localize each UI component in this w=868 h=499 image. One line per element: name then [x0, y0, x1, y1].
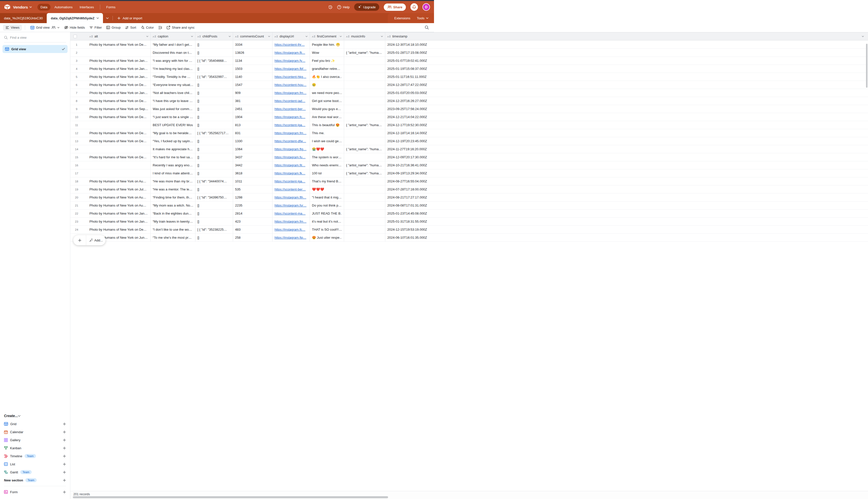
- cell-commentsCount[interactable]: 1064: [233, 145, 273, 153]
- cell-caption[interactable]: I kind of miss male attenti…: [151, 169, 195, 177]
- cell-timestamp[interactable]: 2025-01-31T18:31:55.000Z: [385, 218, 434, 226]
- cell-childPosts[interactable]: []: [195, 81, 233, 89]
- cell-commentsCount[interactable]: 1503: [233, 65, 273, 73]
- cell-alt[interactable]: 6Photo by Humans of New York on De…: [70, 81, 151, 89]
- cell-alt[interactable]: 15Photo by Humans of New York on De…: [70, 153, 151, 161]
- cell-firstComment[interactable]: Are these real wor…: [310, 113, 344, 121]
- cell-displayUrl[interactable]: https://scontent-hkg…: [273, 73, 310, 81]
- cell-caption[interactable]: “Everyone knew my situat…: [151, 81, 195, 89]
- cell-firstComment[interactable]: 😭❤️❤️: [310, 145, 344, 153]
- cell-musicInfo[interactable]: [344, 105, 385, 113]
- cell-childPosts[interactable]: [ { "id": "35432997…: [195, 73, 233, 81]
- cell-commentsCount[interactable]: 535: [233, 185, 273, 193]
- cell-commentsCount[interactable]: 1298: [233, 194, 273, 201]
- cell-alt[interactable]: 8Photo by Humans of New York on De…: [70, 97, 151, 105]
- cell-timestamp[interactable]: 2024-12-20T16:26:27.000Z: [385, 97, 434, 105]
- column-header-musicInfo[interactable]: AmusicInfo: [344, 33, 385, 40]
- cell-childPosts[interactable]: []: [195, 89, 233, 97]
- cell-alt[interactable]: 9Photo by Humans of New York on Sep…: [70, 105, 151, 113]
- display-url-link[interactable]: https://instagram.fli…: [274, 51, 305, 54]
- group-button[interactable]: Group: [104, 24, 123, 31]
- cell-firstComment[interactable]: Would you guys e…: [310, 105, 344, 113]
- cell-alt[interactable]: 20Photo by Humans of New York on Au…: [70, 194, 151, 201]
- cell-alt[interactable]: 17: [70, 169, 151, 177]
- display-url-link[interactable]: https://instagram.fk…: [274, 171, 306, 175]
- workspace-menu[interactable]: Vendors: [13, 5, 32, 9]
- display-url-link[interactable]: https://instagram.ftg…: [274, 147, 307, 151]
- chevron-down-icon[interactable]: [381, 36, 383, 37]
- cell-timestamp[interactable]: 2024-08-08T17:01:31.000Z: [385, 202, 434, 209]
- search-button[interactable]: [423, 24, 431, 31]
- cell-timestamp[interactable]: 2024-12-30T14:18:10.000Z: [385, 41, 434, 48]
- cell-firstComment[interactable]: I wish we could ge…: [310, 137, 344, 145]
- cell-childPosts[interactable]: []: [195, 121, 233, 129]
- cell-musicInfo[interactable]: { "artist_name": "huma…: [344, 145, 385, 153]
- cell-timestamp[interactable]: 2024-12-28T17:47:22.000Z: [385, 81, 434, 89]
- display-url-link[interactable]: https://scontent-hkg…: [274, 75, 306, 78]
- display-url-link[interactable]: https://scontent-iad…: [274, 99, 306, 103]
- upgrade-button[interactable]: Upgrade: [354, 3, 379, 11]
- cell-commentsCount[interactable]: 2814: [233, 209, 273, 217]
- cell-commentsCount[interactable]: 909: [233, 89, 273, 97]
- cell-alt[interactable]: 7Photo by Humans of New York on Jan…: [70, 89, 151, 97]
- cell-musicInfo[interactable]: [344, 234, 385, 242]
- cell-displayUrl[interactable]: https://instagram.fc…: [273, 226, 310, 233]
- cell-firstComment[interactable]: ❤️❤️❤️: [310, 185, 344, 193]
- cell-childPosts[interactable]: []: [195, 218, 233, 226]
- cell-alt[interactable]: 3Photo by Humans of New York on Jan…: [70, 57, 151, 64]
- display-url-link[interactable]: https://scontent-lhr…: [274, 43, 305, 47]
- cell-caption[interactable]: BEST UPDATE EVER! Mos…: [151, 121, 195, 129]
- cell-childPosts[interactable]: []: [195, 41, 233, 48]
- cell-musicInfo[interactable]: [344, 226, 385, 233]
- chevron-down-icon[interactable]: [268, 36, 270, 37]
- cell-commentsCount[interactable]: 258: [233, 234, 273, 242]
- cell-displayUrl[interactable]: https://instagram.fm…: [273, 89, 310, 97]
- cell-timestamp[interactable]: 2024-08-21T17:27:17.000Z: [385, 194, 434, 201]
- cell-firstComment[interactable]: 🔥👏 I also overca…: [310, 73, 344, 81]
- cell-timestamp[interactable]: 2024-12-09T20:17:30.000Z: [385, 153, 434, 161]
- cell-displayUrl[interactable]: https://instagram.fm…: [273, 218, 310, 226]
- display-url-link[interactable]: https://instagram.fit…: [274, 163, 306, 167]
- display-url-link[interactable]: https://instagram.fsr…: [274, 204, 307, 207]
- chevron-down-icon[interactable]: [146, 36, 148, 37]
- cell-musicInfo[interactable]: [344, 218, 385, 226]
- cell-caption[interactable]: It makes me appreciate h…: [151, 145, 195, 153]
- sidebar-view-grid-view[interactable]: Grid view: [2, 45, 67, 53]
- cell-caption[interactable]: “My mom was a witch. No…: [151, 202, 195, 209]
- cell-caption[interactable]: “I’m teaching my last clas…: [151, 65, 195, 73]
- nav-tab-interfaces[interactable]: Interfaces: [77, 4, 97, 11]
- cell-commentsCount[interactable]: 3437: [233, 153, 273, 161]
- cell-alt[interactable]: 5Photo by Humans of New York on Jan…: [70, 73, 151, 81]
- nav-tab-data[interactable]: Data: [37, 4, 50, 11]
- cell-caption[interactable]: “Finding time for them, th…: [151, 194, 195, 201]
- cell-timestamp[interactable]: 2025-01-07T19:02:41.000Z: [385, 57, 434, 64]
- cell-commentsCount[interactable]: 1904: [233, 113, 273, 121]
- display-url-link[interactable]: https://instagram.fbf…: [274, 67, 307, 71]
- display-url-link[interactable]: https://scontent-ber…: [274, 107, 306, 111]
- cell-musicInfo[interactable]: [344, 73, 385, 81]
- cell-childPosts[interactable]: []: [195, 145, 233, 153]
- cell-displayUrl[interactable]: https://scontent-lga…: [273, 121, 310, 129]
- cell-displayUrl[interactable]: https://scontent-ber…: [273, 105, 310, 113]
- cell-childPosts[interactable]: []: [195, 169, 233, 177]
- views-button[interactable]: Views: [3, 24, 22, 31]
- cell-alt[interactable]: 19Photo by Humans of New York on Jul…: [70, 185, 151, 193]
- cell-displayUrl[interactable]: https://instagram.fli…: [273, 49, 310, 57]
- cell-commentsCount[interactable]: 483: [233, 226, 273, 233]
- cell-displayUrl[interactable]: https://scontent-ma…: [273, 209, 310, 217]
- cell-childPosts[interactable]: []: [195, 113, 233, 121]
- cell-commentsCount[interactable]: 1011: [233, 178, 273, 185]
- cell-alt[interactable]: 23Photo by Humans of New York on Jan…: [70, 218, 151, 226]
- cell-musicInfo[interactable]: [344, 202, 385, 209]
- cell-musicInfo[interactable]: [344, 185, 385, 193]
- display-url-link[interactable]: https://scontent-hou…: [274, 83, 307, 87]
- display-url-link[interactable]: https://instagram.fjp…: [274, 236, 306, 240]
- display-url-link[interactable]: https://scontent-ma…: [274, 211, 306, 215]
- cell-alt[interactable]: 10Photo by Humans of New York on De…: [70, 113, 151, 121]
- display-url-link[interactable]: https://scontent-ber…: [274, 187, 306, 191]
- cell-displayUrl[interactable]: https://scontent-hou…: [273, 81, 310, 89]
- cell-caption[interactable]: Was just asked for comm…: [151, 105, 195, 113]
- cell-commentsCount[interactable]: 3334: [233, 41, 273, 48]
- cell-musicInfo[interactable]: [344, 113, 385, 121]
- cell-displayUrl[interactable]: https://instagram.fbf…: [273, 65, 310, 73]
